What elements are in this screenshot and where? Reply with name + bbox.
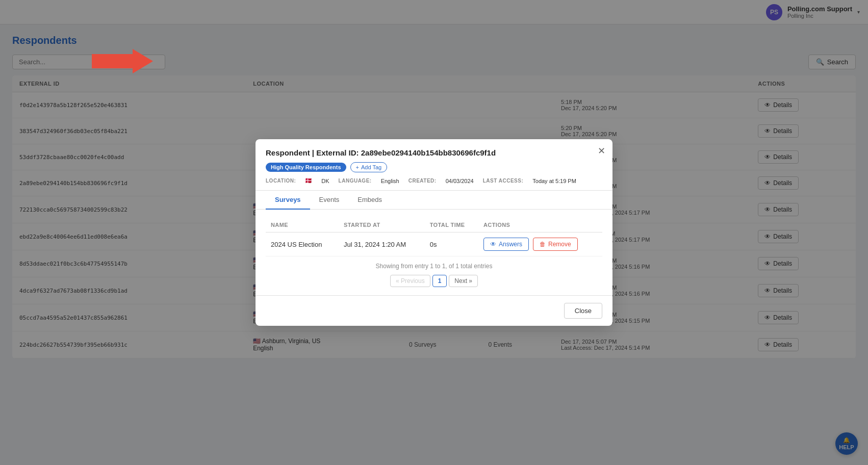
modal-overlay: Respondent | External ID: 2a89ebe0294140… <box>0 0 868 465</box>
pagination-info: Showing from entry 1 to 1, of 1 total en… <box>266 263 602 270</box>
eye-icon: 👁 <box>490 241 496 248</box>
created-label: CREATED: <box>409 178 437 184</box>
trash-icon: 🗑 <box>540 241 546 248</box>
remove-label: Remove <box>548 241 571 248</box>
language-label: LANGUAGE: <box>339 178 372 184</box>
col-inner-actions: ACTIONS <box>478 218 602 232</box>
next-page-button[interactable]: Next » <box>449 275 478 287</box>
modal-header: Respondent | External ID: 2a89ebe0294140… <box>256 139 612 191</box>
surveys-table: NAME STARTED AT TOTAL TIME ACTIONS 2024 … <box>266 218 602 256</box>
col-total-time: TOTAL TIME <box>425 218 478 232</box>
modal-footer: Close <box>256 295 612 326</box>
answers-button[interactable]: 👁 Answers <box>483 238 529 251</box>
language-value: English <box>381 178 399 184</box>
close-modal-button[interactable]: Close <box>564 303 602 319</box>
tab-embeds[interactable]: Embeds <box>348 191 391 210</box>
modal-meta: LOCATION: 🇩🇰 DK LANGUAGE: English CREATE… <box>266 177 602 184</box>
tag-badge[interactable]: High Quality Respondents <box>266 163 346 172</box>
col-started-at: STARTED AT <box>339 218 425 232</box>
tab-events[interactable]: Events <box>310 191 349 210</box>
page-1-button[interactable]: 1 <box>432 275 447 287</box>
modal: Respondent | External ID: 2a89ebe0294140… <box>256 139 612 326</box>
survey-total-time: 0s <box>425 232 478 256</box>
add-tag-button[interactable]: + Add Tag <box>350 162 388 172</box>
plus-icon: + <box>356 164 359 170</box>
remove-button[interactable]: 🗑 Remove <box>533 238 578 251</box>
pagination: « Previous 1 Next » <box>266 275 602 287</box>
modal-body: NAME STARTED AT TOTAL TIME ACTIONS 2024 … <box>256 210 612 295</box>
last-access-label: LAST ACCESS: <box>483 178 524 184</box>
col-name: NAME <box>266 218 339 232</box>
survey-started-at: Jul 31, 2024 1:20 AM <box>339 232 425 256</box>
modal-close-x-button[interactable]: ✕ <box>598 146 605 156</box>
survey-actions: 👁 Answers 🗑 Remove <box>478 232 602 256</box>
location-label: LOCATION: <box>266 178 296 184</box>
surveys-table-header: NAME STARTED AT TOTAL TIME ACTIONS <box>266 218 602 232</box>
add-tag-label: Add Tag <box>361 164 381 170</box>
answers-label: Answers <box>499 241 522 248</box>
location-flag: 🇩🇰 <box>305 177 312 184</box>
modal-tabs: Surveys Events Embeds <box>256 191 612 210</box>
last-access-value: Today at 5:19 PM <box>532 178 576 184</box>
table-row: 2024 US Election Jul 31, 2024 1:20 AM 0s… <box>266 232 602 256</box>
modal-title: Respondent | External ID: 2a89ebe0294140… <box>266 148 602 157</box>
survey-name: 2024 US Election <box>266 232 339 256</box>
created-value: 04/03/2024 <box>446 178 474 184</box>
location-value: DK <box>321 178 329 184</box>
modal-tags: High Quality Respondents + Add Tag <box>266 162 602 172</box>
prev-page-button[interactable]: « Previous <box>390 275 430 287</box>
tab-surveys[interactable]: Surveys <box>266 191 310 210</box>
